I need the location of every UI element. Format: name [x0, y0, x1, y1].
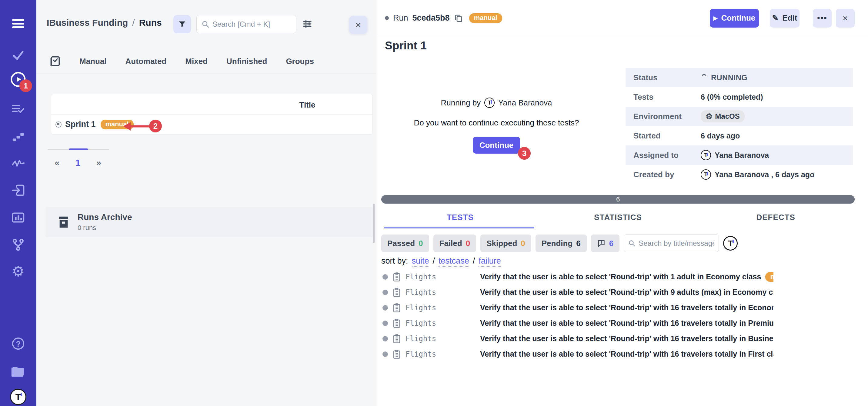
detail-row-created: Created by TYana Baranova , 6 days ago — [625, 165, 853, 184]
tests-search-input[interactable] — [639, 239, 714, 248]
breadcrumb: IBusiness Funding / Runs — [47, 18, 162, 28]
breadcrumb-section[interactable]: Runs — [139, 18, 162, 28]
annotation-step-1: 1 — [20, 80, 32, 92]
table-row[interactable]: Sprint 1 manual — [51, 115, 372, 134]
run-title-heading: Sprint 1 — [385, 39, 427, 52]
detail-tabs: TESTS STATISTICS DEFECTS — [381, 213, 855, 222]
settings-icon[interactable]: ⚙ — [9, 262, 27, 281]
filter-comments-chip[interactable]: 6 — [591, 235, 619, 252]
analytics-icon[interactable] — [9, 209, 27, 227]
test-title[interactable]: Verify that the user is able to select '… — [480, 272, 761, 281]
close-detail-button[interactable]: × — [836, 9, 855, 28]
spinner-icon — [701, 74, 707, 81]
sort-by-testcase[interactable]: testcase — [438, 256, 469, 267]
run-id: 5ceda5b8 — [412, 13, 450, 23]
detail-row-started: Started 6 days ago — [625, 126, 853, 146]
pagination-page-1[interactable]: 1 — [75, 158, 81, 168]
runs-search-input[interactable] — [213, 20, 291, 29]
steps-icon[interactable] — [9, 127, 27, 146]
view-settings-button[interactable] — [301, 18, 314, 31]
filter-failed-chip[interactable]: Failed0 — [433, 235, 476, 252]
pane-scrollbar[interactable] — [373, 204, 375, 243]
table-scrollbar-thumb[interactable] — [69, 149, 88, 150]
test-filter-chips: Passed0 Failed0 Skipped0 Pending6 6 — [381, 235, 738, 252]
runs-table: Title Sprint 1 manual 2 — [51, 94, 373, 134]
testcase-icon — [392, 287, 401, 297]
filter-skipped-chip[interactable]: Skipped0 — [480, 235, 531, 252]
test-row[interactable]: Flights Verify that the user is able to … — [381, 331, 773, 346]
manual-badge: manual — [469, 13, 502, 23]
test-suite: Flights — [405, 350, 480, 358]
copy-run-id-button[interactable] — [454, 13, 463, 23]
test-row[interactable]: Flights Verify that the user is able to … — [381, 315, 773, 331]
pulse-icon[interactable] — [9, 155, 27, 173]
environment-pill[interactable]: ⚙MacOS — [701, 110, 745, 122]
menu-icon[interactable] — [9, 14, 27, 33]
test-row[interactable]: Flights Verify that the user is able to … — [381, 284, 773, 300]
user-logo-avatar[interactable]: T — [9, 388, 27, 406]
import-icon[interactable] — [9, 181, 27, 199]
run-title[interactable]: Sprint 1 — [65, 120, 96, 129]
pagination-next[interactable]: » — [96, 158, 101, 168]
continue-run-button[interactable]: ▶ Continue — [710, 9, 759, 28]
sidebar: 1 ⚙ ? T — [0, 0, 36, 406]
filter-button[interactable] — [173, 15, 191, 33]
edit-run-button[interactable]: ✎ Edit — [770, 9, 800, 28]
plans-icon[interactable] — [9, 100, 27, 118]
pagination: « 1 » — [55, 158, 101, 168]
test-status-dot — [382, 290, 388, 295]
archive-icon — [58, 215, 70, 229]
tab-mixed[interactable]: Mixed — [185, 57, 208, 66]
pencil-icon: ✎ — [772, 13, 779, 23]
more-actions-button[interactable]: ••• — [813, 9, 832, 28]
app-window: 1 ⚙ ? T IBus — [0, 0, 868, 406]
test-row[interactable]: Flights Verify that the user is able to … — [381, 346, 773, 362]
run-detail-header: Run 5ceda5b8 manual ▶ Continue ✎ Edit ••… — [376, 0, 868, 36]
tab-statistics[interactable]: STATISTICS — [539, 213, 697, 222]
comment-icon — [597, 239, 606, 248]
continue-question: Do you want to continue executing these … — [376, 118, 616, 128]
tab-tests[interactable]: TESTS — [381, 213, 539, 222]
test-title[interactable]: Verify that the user is able to select '… — [480, 288, 773, 296]
tests-icon[interactable] — [9, 46, 27, 64]
detail-row-assigned: Assigned to TYana Baranova — [625, 146, 853, 165]
test-list: Flights Verify that the user is able to … — [381, 269, 773, 362]
help-icon[interactable]: ? — [9, 335, 27, 353]
run-detail-pane: Run 5ceda5b8 manual ▶ Continue ✎ Edit ••… — [376, 0, 868, 406]
runs-archive[interactable]: Runs Archive 0 runs — [45, 207, 373, 237]
test-suite: Flights — [405, 304, 480, 312]
annotation-arrow — [123, 121, 152, 133]
tab-manual[interactable]: Manual — [80, 57, 107, 66]
test-row[interactable]: Flights Verify that the user is able to … — [381, 269, 773, 284]
tab-defects[interactable]: DEFECTS — [697, 213, 855, 222]
running-by-user: Yana Baranova — [498, 98, 552, 107]
user-avatar: T — [701, 169, 711, 180]
testcase-icon — [392, 272, 401, 282]
tab-automated[interactable]: Automated — [125, 57, 167, 66]
close-pane-button[interactable]: × — [349, 16, 367, 34]
sort-by-suite[interactable]: suite — [412, 256, 429, 267]
test-title[interactable]: Verify that the user is able to select '… — [480, 334, 773, 343]
test-row[interactable]: Flights Verify that the user is able to … — [381, 300, 773, 315]
breadcrumb-project[interactable]: IBusiness Funding — [47, 18, 128, 28]
test-title[interactable]: Verify that the user is able to select '… — [480, 319, 773, 327]
tab-groups[interactable]: Groups — [286, 57, 314, 66]
testcase-icon — [392, 349, 401, 359]
continue-tests-button[interactable]: Continue — [473, 137, 520, 154]
pagination-prev[interactable]: « — [55, 158, 60, 168]
projects-icon[interactable] — [9, 362, 27, 380]
play-icon: ▶ — [713, 15, 718, 22]
filter-pending-chip[interactable]: Pending6 — [535, 235, 587, 252]
checklist-icon[interactable] — [49, 55, 61, 67]
assignee-avatar[interactable]: T — [723, 236, 738, 251]
branch-icon[interactable] — [9, 236, 27, 254]
test-title[interactable]: Verify that the user is able to select '… — [480, 303, 773, 312]
runs-filter-tabs: Manual Automated Mixed Unfinished Groups — [36, 49, 376, 74]
run-details-table: Status RUNNING Tests 6 (0% completed) En… — [625, 68, 853, 184]
tab-unfinished[interactable]: Unfinished — [226, 57, 267, 66]
continue-prompt: Running by T Yana Baranova Do you want t… — [376, 98, 616, 154]
sort-by-failure[interactable]: failure — [478, 256, 501, 267]
filter-passed-chip[interactable]: Passed0 — [381, 235, 429, 252]
manual-badge: manual — [765, 272, 773, 282]
test-title[interactable]: Verify that the user is able to select '… — [480, 350, 773, 358]
